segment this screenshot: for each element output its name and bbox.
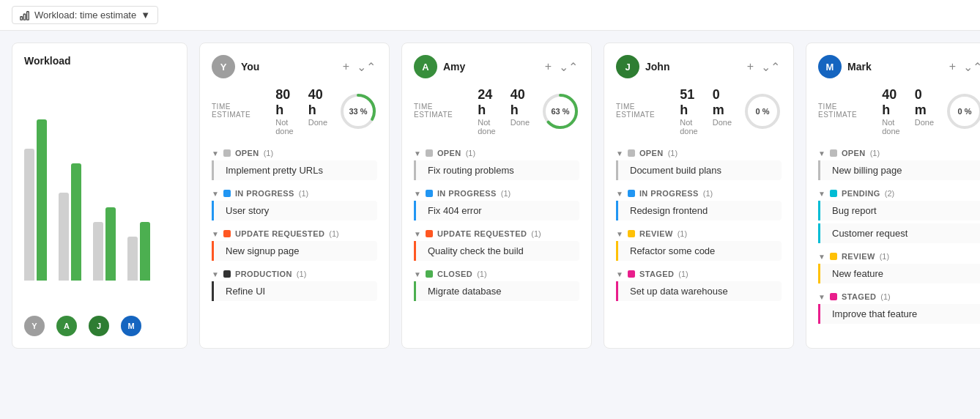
status-header[interactable]: ▼STAGED(1) [616,267,782,281]
status-dot [830,293,837,300]
status-dot [628,149,635,157]
status-name: OPEN [437,149,461,157]
status-toggle-icon: ▼ [414,190,421,198]
status-name: PRODUCTION [235,270,292,278]
task-item[interactable]: Fix 404 error [414,201,579,220]
person-name: You [241,61,259,73]
not-done-label: Not done [275,118,293,136]
status-toggle-icon: ▼ [414,230,421,238]
collapse-button[interactable]: ⌄⌃ [557,59,579,75]
status-count: (1) [531,229,541,238]
status-header[interactable]: ▼UPDATE REQUESTED(1) [212,226,377,241]
status-toggle-icon: ▼ [414,149,421,157]
task-item[interactable]: Refine UI [212,281,377,301]
status-toggle-icon: ▼ [212,230,219,238]
status-header[interactable]: ▼OPEN(1) [818,146,980,160]
chart-panel: Workload YAJM [12,42,188,349]
task-item[interactable]: New feature [818,264,980,283]
status-dot [628,230,635,237]
status-header[interactable]: ▼PRODUCTION(1) [212,267,377,281]
task-item[interactable]: Customer request [818,223,980,243]
add-task-button[interactable]: + [543,59,553,75]
status-name: IN PROGRESS [437,189,497,198]
workload-button[interactable]: Workload: time estimate ▼ [12,6,158,24]
add-task-button[interactable]: + [746,59,755,75]
status-toggle-icon: ▼ [616,230,623,238]
bar-group [127,90,150,281]
collapse-button[interactable]: ⌄⌃ [760,59,782,75]
add-task-button[interactable]: + [341,59,351,75]
bar-gray [93,222,103,281]
add-task-button[interactable]: + [948,59,957,75]
status-header[interactable]: ▼PENDING(2) [818,186,980,201]
status-name: STAGED [639,270,674,278]
task-item[interactable]: Bug report [818,201,980,220]
task-item[interactable]: New billing page [818,160,980,180]
status-count: (1) [297,270,306,278]
task-name: Quality check the build [428,245,524,256]
donut-chart: 0 % [946,92,980,130]
task-item[interactable]: Fix routing problems [414,160,579,180]
task-item[interactable]: User story [212,201,377,220]
status-group: ▼REVIEW(1)Refactor some code [616,226,782,261]
task-name: New billing page [832,165,902,176]
person-header: MMark+⌄⌃ [818,55,980,78]
svg-rect-0 [21,16,23,19]
time-not-done-value: 24 h [478,87,495,118]
task-item[interactable]: New signup page [212,241,377,261]
status-toggle-icon: ▼ [818,253,825,261]
status-toggle-icon: ▼ [212,190,219,198]
task-item[interactable]: Migrate database [414,281,579,301]
bar-gray [59,193,69,281]
task-item[interactable]: Redesign frontend [616,201,782,220]
donut-chart: 0 % [743,92,782,130]
time-not-done-value: 51 h [680,87,697,118]
task-name: New signup page [226,245,299,256]
status-header[interactable]: ▼IN PROGRESS(1) [616,186,782,201]
task-item[interactable]: Implement pretty URLs [212,160,377,180]
status-header[interactable]: ▼REVIEW(1) [818,249,980,264]
status-name: IN PROGRESS [235,189,294,198]
status-header[interactable]: ▼CLOSED(1) [414,267,579,281]
bar-green [37,119,47,281]
status-header[interactable]: ▼OPEN(1) [616,146,782,160]
task-name: User story [226,205,269,216]
task-name: Customer request [832,228,907,239]
status-header[interactable]: ▼STAGED(1) [818,289,980,304]
time-done-value: 0 m [915,87,934,118]
status-count: (1) [870,149,880,157]
task-name: New feature [832,268,883,279]
task-name: Set up data warehouse [630,286,728,297]
task-item[interactable]: Set up data warehouse [616,281,782,301]
task-item[interactable]: Document build plans [616,160,782,180]
task-item[interactable]: Improve that feature [818,304,980,324]
status-count: (1) [678,270,688,278]
status-header[interactable]: ▼UPDATE REQUESTED(1) [414,226,579,241]
bar-gray [127,237,138,281]
status-toggle-icon: ▼ [818,293,825,301]
time-estimate-label: TIME ESTIMATE [616,103,668,119]
status-header[interactable]: ▼IN PROGRESS(1) [414,186,579,201]
status-header[interactable]: ▼OPEN(1) [414,146,579,160]
collapse-button[interactable]: ⌄⌃ [962,59,980,75]
status-group: ▼OPEN(1)Fix routing problems [414,146,579,180]
status-header[interactable]: ▼REVIEW(1) [616,226,782,241]
task-item[interactable]: Quality check the build [414,241,579,261]
bar-chart [24,75,175,310]
chart-avatar: A [56,316,77,336]
status-toggle-icon: ▼ [818,190,825,198]
collapse-button[interactable]: ⌄⌃ [355,59,377,75]
status-header[interactable]: ▼IN PROGRESS(1) [212,186,377,201]
avatar-row: YAJM [24,316,175,336]
status-count: (1) [703,189,713,198]
status-header[interactable]: ▼OPEN(1) [212,146,377,160]
task-item[interactable]: Refactor some code [616,241,782,261]
status-dot [830,253,837,260]
status-toggle-icon: ▼ [616,270,623,278]
status-name: OPEN [235,149,259,157]
status-name: REVIEW [639,229,673,238]
donut-label: 0 % [756,107,770,116]
chart-avatar: Y [24,316,45,336]
person-name: Amy [443,61,465,73]
avatar: Y [212,55,235,78]
